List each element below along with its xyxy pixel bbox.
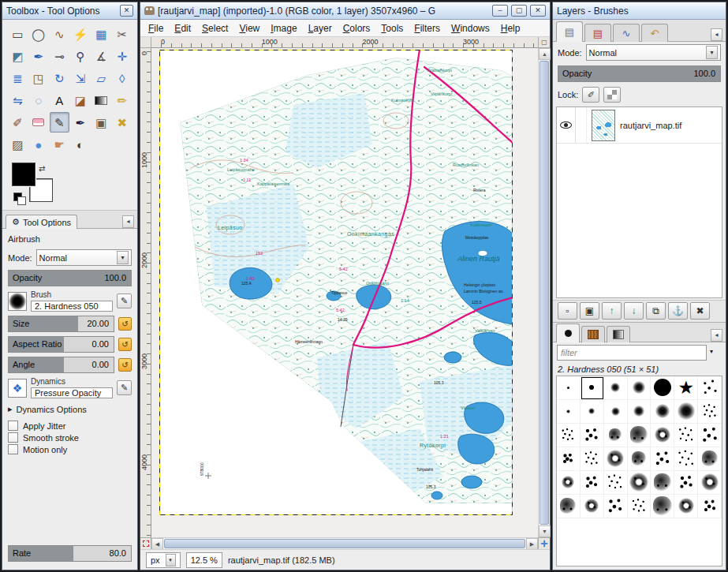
scroll-left-icon[interactable]: ◀ bbox=[151, 538, 163, 550]
paintbrush-tool[interactable]: ✐ bbox=[8, 112, 28, 133]
scissors-select-tool[interactable]: ✂ bbox=[113, 24, 133, 44]
toolbox-close-icon[interactable]: ✕ bbox=[120, 5, 133, 17]
default-colors-icon[interactable] bbox=[13, 193, 24, 204]
size-reset-button[interactable]: ↺ bbox=[118, 317, 132, 331]
move-tool[interactable]: ✛ bbox=[113, 46, 133, 66]
layer-mode-select[interactable]: Normal ▾ bbox=[586, 44, 721, 61]
rectangle-select-tool[interactable]: ▭ bbox=[8, 24, 28, 44]
tab-tool-options[interactable]: ⚙ Tool Options bbox=[6, 215, 77, 229]
brush-item[interactable] bbox=[628, 424, 651, 447]
menu-help[interactable]: Help bbox=[496, 21, 525, 36]
foreground-color-swatch[interactable] bbox=[12, 163, 35, 186]
undo-history-tab[interactable]: ↶ bbox=[641, 24, 668, 42]
crop-tool[interactable]: ◳ bbox=[29, 68, 49, 88]
delete-layer-button[interactable]: ✖ bbox=[690, 302, 710, 320]
brush-item[interactable] bbox=[628, 376, 651, 400]
unit-select[interactable]: px ▾ bbox=[146, 552, 181, 568]
brush-item[interactable] bbox=[698, 495, 722, 518]
dock-menu-icon[interactable]: ◂ bbox=[122, 215, 134, 228]
zoom-select[interactable]: 12.5 % bbox=[186, 552, 222, 568]
dock-menu-icon[interactable]: ◂ bbox=[711, 329, 722, 342]
align-tool[interactable]: ≣ bbox=[8, 68, 28, 88]
measure-tool[interactable]: ∡ bbox=[91, 46, 111, 66]
rotate-tool[interactable]: ↻ bbox=[50, 68, 69, 88]
brush-item[interactable] bbox=[651, 447, 674, 471]
dynamics-name-entry[interactable]: Pressure Opacity bbox=[31, 387, 113, 398]
close-button[interactable]: ✕ bbox=[530, 5, 546, 17]
brush-filter-input[interactable] bbox=[557, 345, 707, 361]
brush-item[interactable] bbox=[604, 376, 628, 400]
vertical-scroll-thumb[interactable] bbox=[539, 61, 549, 525]
scroll-down-icon[interactable]: ▼ bbox=[539, 525, 551, 537]
brush-item[interactable] bbox=[628, 471, 651, 495]
aspect-reset-button[interactable]: ↺ bbox=[118, 338, 132, 351]
navigation-icon[interactable]: ✛ bbox=[538, 537, 550, 549]
cage-transform-tool[interactable]: ◌ bbox=[29, 90, 49, 110]
perspective-clone-tool[interactable]: ▨ bbox=[8, 134, 28, 155]
brush-item[interactable] bbox=[651, 495, 674, 518]
brush-item[interactable] bbox=[698, 376, 722, 400]
text-tool[interactable]: A bbox=[50, 90, 69, 110]
toolbox-titlebar[interactable]: Toolbox - Tool Options ✕ bbox=[2, 2, 137, 20]
select-by-color-tool[interactable]: ▦ bbox=[91, 24, 111, 44]
ruler-corner[interactable] bbox=[140, 37, 151, 48]
image-titlebar[interactable]: [rautjarvi_map] (imported)-1.0 (RGB colo… bbox=[140, 2, 550, 20]
brush-item[interactable] bbox=[557, 447, 581, 471]
layer-row[interactable]: rautjarvi_map.tif bbox=[557, 107, 722, 144]
brush-item[interactable] bbox=[674, 471, 698, 495]
zoom-fit-toggle-icon[interactable]: ▢ bbox=[538, 37, 550, 48]
brush-item[interactable] bbox=[651, 471, 674, 495]
layers-titlebar[interactable]: Layers - Brushes bbox=[553, 2, 726, 20]
anchor-layer-button[interactable]: ⚓ bbox=[668, 302, 688, 320]
dynamics-options-expander[interactable]: ▸ Dynamics Options bbox=[8, 402, 132, 416]
free-select-tool[interactable]: ∿ bbox=[50, 24, 69, 44]
heal-tool[interactable]: ✖ bbox=[113, 112, 133, 133]
size-slider[interactable]: Size 20.00 bbox=[8, 316, 114, 332]
brush-name-entry[interactable]: 2. Hardness 050 bbox=[31, 301, 113, 312]
brush-item[interactable] bbox=[698, 400, 722, 424]
new-layer-button[interactable]: ▫ bbox=[558, 302, 577, 320]
dynamics-icon[interactable]: ❖ bbox=[8, 379, 27, 398]
menu-select[interactable]: Select bbox=[197, 21, 233, 36]
ellipse-select-tool[interactable]: ◯ bbox=[29, 24, 49, 44]
opacity-slider[interactable]: Opacity 100.0 bbox=[8, 270, 132, 286]
horizontal-scrollbar[interactable]: ◀ ▶ bbox=[151, 537, 538, 549]
blend-tool[interactable] bbox=[91, 90, 111, 110]
mode-select[interactable]: Normal ▾ bbox=[36, 249, 132, 266]
brush-item[interactable] bbox=[604, 495, 628, 518]
new-group-button[interactable]: ▣ bbox=[580, 302, 599, 320]
gradients-tab[interactable] bbox=[607, 326, 630, 342]
dock-menu-icon[interactable]: ◂ bbox=[711, 28, 722, 41]
airbrush-tool[interactable]: ✎ bbox=[50, 112, 69, 133]
brush-item[interactable] bbox=[651, 424, 674, 447]
channels-tab[interactable]: ▤ bbox=[584, 24, 611, 42]
brush-item[interactable] bbox=[557, 471, 581, 495]
duplicate-layer-button[interactable]: ⧉ bbox=[646, 302, 666, 320]
minimize-button[interactable]: – bbox=[492, 5, 508, 17]
menu-tools[interactable]: Tools bbox=[376, 21, 408, 36]
brush-item[interactable] bbox=[674, 424, 698, 447]
angle-reset-button[interactable]: ↺ bbox=[118, 358, 132, 372]
dodge-burn-tool[interactable]: ◐ bbox=[71, 134, 91, 155]
scroll-up-icon[interactable]: ▲ bbox=[539, 48, 551, 60]
brush-item[interactable] bbox=[698, 471, 722, 495]
flip-tool[interactable]: ⇋ bbox=[8, 90, 28, 110]
brush-item[interactable] bbox=[581, 376, 604, 400]
brush-item[interactable] bbox=[557, 376, 581, 400]
maximize-button[interactable]: ▢ bbox=[511, 5, 527, 17]
canvas-viewport[interactable]: ArabiankorpiViipankorpiKulmankyläRusthol… bbox=[151, 48, 538, 537]
brush-item[interactable] bbox=[674, 447, 698, 471]
swap-colors-icon[interactable]: ⇄ bbox=[39, 164, 45, 173]
brush-item[interactable] bbox=[604, 424, 628, 447]
eraser-tool[interactable] bbox=[29, 112, 49, 133]
paths-tool[interactable]: ✒ bbox=[29, 46, 49, 66]
fuzzy-select-tool[interactable]: ⚡ bbox=[71, 24, 91, 44]
menu-windows[interactable]: Windows bbox=[446, 21, 495, 36]
menu-image[interactable]: Image bbox=[266, 21, 301, 36]
lock-alpha-button[interactable] bbox=[603, 87, 621, 103]
horizontal-ruler[interactable]: 0100020003000 bbox=[151, 37, 538, 48]
brush-item[interactable] bbox=[557, 495, 581, 518]
brush-item[interactable] bbox=[698, 447, 722, 471]
pencil-tool[interactable]: ✏ bbox=[113, 90, 133, 110]
menu-layer[interactable]: Layer bbox=[304, 21, 337, 36]
